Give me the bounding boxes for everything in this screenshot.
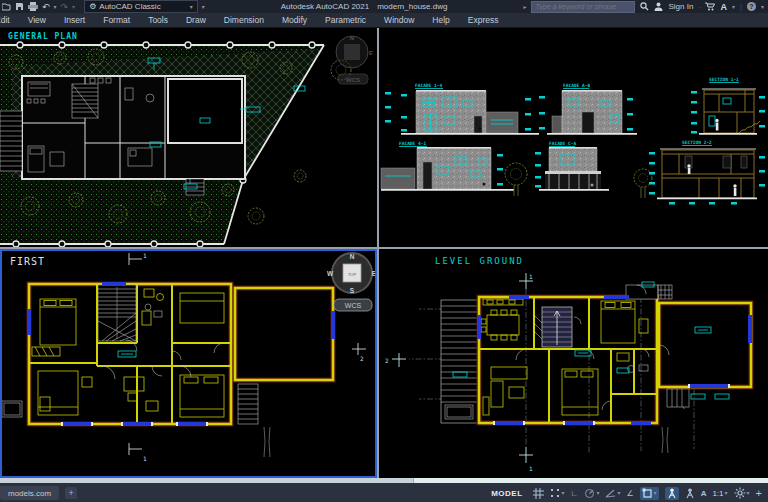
horizontal-scrollbar-thumb[interactable] bbox=[0, 478, 414, 483]
polar-caret-icon[interactable]: ▾ bbox=[596, 490, 599, 496]
viewcube-south: S bbox=[350, 287, 355, 294]
status-toggles: MODEL ▾ ∟ ▾ ▾ ∠ ▾ bbox=[487, 487, 768, 500]
svg-text:1: 1 bbox=[529, 273, 533, 280]
annotation-scale-icon[interactable]: A bbox=[701, 489, 707, 498]
wcs-button-faint[interactable]: WCS bbox=[346, 77, 360, 83]
model-space-toggle[interactable]: MODEL bbox=[487, 489, 526, 498]
osnap-caret-icon[interactable]: ▾ bbox=[654, 490, 657, 496]
menu-format[interactable]: Format bbox=[94, 15, 139, 25]
viewcube-north-label: N bbox=[350, 35, 354, 41]
viewcube-east: E bbox=[372, 270, 375, 277]
viewcube-north: N bbox=[350, 253, 355, 260]
viewcube-top-face: TOP bbox=[348, 272, 356, 277]
menu-edit[interactable]: Edit bbox=[0, 15, 19, 25]
wcs-button[interactable]: WCS bbox=[334, 299, 372, 311]
facade-1-4-label: FACADE 1-4 bbox=[415, 83, 442, 88]
menu-bar: Edit View Insert Format Tools Draw Dimen… bbox=[0, 13, 768, 28]
viewport-label-general-plan: GENERAL PLAN bbox=[8, 32, 78, 41]
redo-caret-icon[interactable]: ▾ bbox=[72, 4, 75, 10]
menu-window[interactable]: Window bbox=[375, 15, 423, 25]
section-2-2-label: SECTION 2-2 bbox=[682, 140, 712, 145]
title-bar-right: ▸ Sign In ‑ A ▾ | ? ▾ bbox=[523, 1, 768, 13]
autocad-window: ↶ ▾ ↷ ▾ ⚙ AutoCAD Classic ▾ ▾ Autodesk A… bbox=[0, 0, 768, 502]
search-expand-icon[interactable]: ▸ bbox=[523, 4, 526, 10]
snap-caret-icon[interactable]: ▾ bbox=[562, 490, 565, 496]
house-plan bbox=[0, 76, 245, 195]
viewcube-east-label: E bbox=[369, 50, 373, 56]
save-icon[interactable] bbox=[15, 2, 24, 11]
menu-insert[interactable]: Insert bbox=[55, 15, 94, 25]
menu-help[interactable]: Help bbox=[423, 15, 458, 25]
menu-modify[interactable]: Modify bbox=[273, 15, 316, 25]
layout-tab[interactable]: models.com bbox=[0, 486, 59, 500]
menu-view[interactable]: View bbox=[19, 15, 55, 25]
grid-toggle[interactable] bbox=[533, 488, 544, 499]
open-icon[interactable] bbox=[2, 2, 11, 11]
menu-tools[interactable]: Tools bbox=[139, 15, 177, 25]
autodesk-app-icon[interactable]: A bbox=[720, 2, 727, 12]
search-icon[interactable] bbox=[640, 2, 649, 11]
viewport-first-floor[interactable]: 1 1 2 bbox=[0, 249, 377, 478]
annotation-visibility-toggle[interactable] bbox=[665, 487, 679, 500]
gear-caret-icon[interactable]: ▾ bbox=[747, 490, 750, 496]
quick-access-toolbar: ↶ ▾ ↷ ▾ ⚙ AutoCAD Classic ▾ ▾ bbox=[0, 0, 205, 13]
annotation-scale-value[interactable]: 1:1 ▾ bbox=[712, 489, 727, 498]
object-snap-toggle[interactable]: ▾ bbox=[640, 487, 659, 500]
viewport-general-plan[interactable]: N E WCS GENERAL PLAN bbox=[0, 28, 377, 247]
document-filename: modern_house.dwg bbox=[377, 2, 447, 11]
workspace-dropdown[interactable]: ⚙ AutoCAD Classic ▾ bbox=[84, 0, 198, 13]
status-bar: models.com + MODEL ▾ ∟ ▾ ▾ ∠ bbox=[0, 483, 768, 502]
signin-caret-icon: ‑ bbox=[698, 4, 700, 10]
workspace-switching-gear[interactable]: ▾ bbox=[734, 487, 750, 499]
window-title: Autodesk AutoCAD 2021 modern_house.dwg bbox=[205, 2, 524, 11]
scale-caret-icon[interactable]: ▾ bbox=[725, 490, 728, 496]
user-icon[interactable] bbox=[654, 2, 663, 11]
svg-text:1: 1 bbox=[143, 455, 147, 462]
horizontal-scrollbar[interactable] bbox=[0, 478, 768, 483]
menu-express[interactable]: Express bbox=[459, 15, 508, 25]
help-caret-icon[interactable]: ▾ bbox=[761, 4, 764, 10]
facade-c-a-label: FACADE C-A bbox=[549, 141, 576, 146]
new-layout-tab-button[interactable]: + bbox=[65, 487, 77, 499]
facade-a-b-label: FACADE A-B bbox=[563, 83, 590, 88]
app-store-cart-icon[interactable] bbox=[705, 2, 715, 11]
isodraft-caret-icon[interactable]: ▾ bbox=[617, 490, 620, 496]
customization-icon[interactable]: + bbox=[756, 487, 762, 499]
isodraft-toggle[interactable]: ▾ bbox=[605, 488, 620, 499]
polar-tracking-toggle[interactable]: ▾ bbox=[584, 488, 599, 499]
workspace-caret-icon: ▾ bbox=[190, 4, 193, 10]
undo-caret-icon[interactable]: ▾ bbox=[54, 4, 57, 10]
search-input[interactable] bbox=[532, 3, 634, 11]
title-separator: | bbox=[740, 2, 742, 11]
viewport-elevations[interactable]: FACADE 1-4 bbox=[379, 28, 768, 247]
apps-caret-icon: ▾ bbox=[732, 4, 735, 10]
menu-dimension[interactable]: Dimension bbox=[215, 15, 273, 25]
workspace-label: AutoCAD Classic bbox=[99, 2, 160, 11]
object-snap-tracking-toggle[interactable]: ∠ bbox=[626, 489, 633, 498]
viewport-label-first: FIRST bbox=[10, 256, 45, 267]
viewport-level-ground[interactable]: 1 1 2 bbox=[379, 249, 768, 478]
ground-deck bbox=[441, 300, 479, 423]
section-1-1-label: SECTION 1-1 bbox=[709, 77, 739, 82]
snap-toggle[interactable]: ▾ bbox=[550, 488, 565, 499]
app-title: Autodesk AutoCAD 2021 bbox=[281, 2, 370, 11]
annotation-autoscale-toggle[interactable] bbox=[685, 488, 695, 499]
undo-icon[interactable]: ↶ bbox=[42, 2, 50, 12]
ortho-toggle[interactable]: ∟ bbox=[571, 489, 579, 498]
drawing-area: N E WCS GENERAL PLAN bbox=[0, 28, 768, 478]
sign-in-button[interactable]: Sign In bbox=[668, 2, 693, 11]
help-icon[interactable]: ? bbox=[747, 2, 756, 11]
workspace-gear-icon: ⚙ bbox=[89, 2, 96, 11]
menu-parametric[interactable]: Parametric bbox=[316, 15, 375, 25]
wcs-label: WCS bbox=[345, 302, 362, 309]
search-box[interactable] bbox=[531, 1, 635, 13]
svg-text:1: 1 bbox=[529, 465, 533, 472]
layout-tabs: models.com + bbox=[0, 483, 77, 502]
svg-text:2: 2 bbox=[385, 357, 389, 364]
svg-text:1: 1 bbox=[143, 252, 147, 259]
redo-icon[interactable]: ↷ bbox=[61, 2, 69, 12]
facade-4-1-label: FACADE 4-1 bbox=[399, 141, 426, 146]
first-floor-stair bbox=[98, 285, 136, 341]
menu-draw[interactable]: Draw bbox=[177, 15, 215, 25]
print-icon[interactable] bbox=[28, 2, 38, 11]
